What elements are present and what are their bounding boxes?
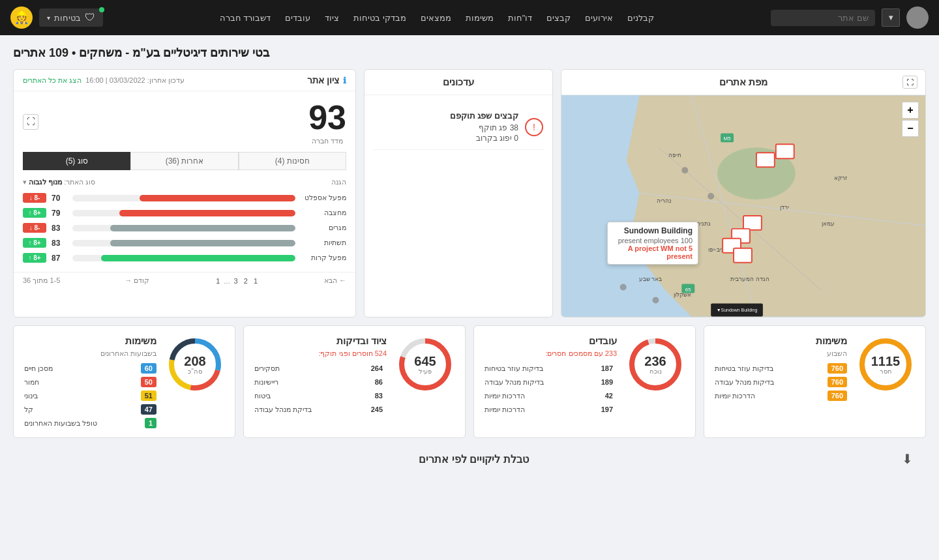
footer: ⬇ טבלת ליקויים לפי אתרים [13, 446, 926, 472]
stat-badge: 245 [367, 404, 387, 415]
stat-badge: 47 [141, 404, 156, 415]
zoom-in-button[interactable]: + [902, 102, 919, 119]
svg-text:עמאן: עמאן [822, 220, 835, 227]
score-row: מחצבה 79 +8 ↑ [23, 208, 346, 218]
score-row-bar [101, 255, 295, 261]
stat-content: משימות השבוע 760 בדיקות עוזר בטיחות 760 … [715, 335, 847, 401]
page-2[interactable]: 2 [244, 277, 248, 285]
search-input[interactable] [771, 10, 875, 26]
security-button[interactable]: 🛡 בטיחות ▾ [39, 8, 103, 27]
stat-title: משימות [24, 335, 156, 347]
main-nav: קבלנים אירועים קבצים דו"חות משימות ממצאי… [220, 13, 655, 23]
stat-title: ציוד ובדיקות [254, 335, 387, 347]
updates-card: עדכונים ! קבצים שפג תוקפם 38 פג תוקף 0 י… [364, 69, 553, 317]
zoom-out-button[interactable]: − [902, 120, 919, 137]
header-right: 🛡 בטיחות ▾ 👷 [10, 7, 103, 29]
nav-safety-checks[interactable]: מבדקי בטיחות [353, 13, 406, 23]
stat-row-label: חמור [24, 378, 39, 387]
update-sub1: 38 פג תוקף [380, 123, 518, 132]
score-row-bar-wrap [72, 225, 295, 231]
score-update-info: עדכון אחרון: 03/03/2022 | 16:00 הצג את כ… [23, 76, 185, 85]
user-helmet-avatar[interactable]: 👷 [10, 7, 33, 29]
download-button[interactable]: ⬇ [902, 451, 913, 467]
footer-title: טבלת ליקויים לפי אתרים [46, 453, 902, 465]
map-visual: חיפה נהריה נתניה תל אביב-יפו ירדן הגדה ה… [561, 95, 925, 317]
svg-point-27 [653, 297, 659, 304]
nav-equipment[interactable]: ציוד [325, 13, 339, 23]
popup-title: Sundown Building [613, 226, 693, 235]
page-content: בטי שירותים דיגיטליים בע"מ - משחקים • 10… [0, 35, 939, 482]
stat-row: 86 ריישיונות [254, 377, 387, 387]
updates-title: עדכונים [365, 70, 552, 95]
stat-badge: 264 [367, 363, 387, 374]
stat-row: 245 בדיקת מנהל עבודה [254, 404, 387, 415]
donut-sublabel: סה"כ [184, 368, 205, 375]
score-row-bar-wrap [72, 195, 295, 201]
dropdown-arrow-btn[interactable]: ▾ [882, 8, 900, 27]
stat-row: 50 חמור [24, 377, 156, 387]
tab-others[interactable]: אחרות (36) [130, 152, 238, 170]
stat-row-label: הדרכות יומיות [484, 405, 525, 414]
page-3[interactable]: 3 [234, 277, 238, 285]
donut-center: 208 סה"כ [184, 355, 205, 375]
stat-row: 60 מסכן חיים [24, 363, 156, 374]
expand-score-button[interactable]: ⛶ [23, 114, 38, 130]
stat-card-missions1: 1115 חסר משימות השבוע 760 בדיקות עוזר בט… [704, 325, 926, 438]
pagination-prev[interactable]: קודם → [125, 276, 149, 285]
stat-row-label: בדיקות מנהל עבודה [484, 378, 544, 387]
nav-clients[interactable]: קבלנים [627, 13, 654, 23]
page-last[interactable]: 1 [216, 277, 220, 285]
svg-text:65: 65 [685, 287, 691, 293]
status-dot [99, 7, 104, 12]
stat-badge: 1 [145, 418, 156, 428]
stat-subtitle: 233 עם מסמכים חסרים: [484, 349, 617, 358]
score-row-bar [119, 210, 295, 216]
svg-text:Sundown Building▼: Sundown Building▼ [717, 308, 758, 313]
chevron-down-icon: ▾ [47, 14, 50, 22]
update-item-0: ! קבצים שפג תוקפם 38 פג תוקף 0 יפוג בקרו… [374, 104, 543, 150]
tab-type[interactable]: סוג (5) [23, 152, 130, 170]
stat-row-label: הדרכות יומיות [715, 392, 755, 400]
score-row-bar-wrap [72, 240, 295, 246]
stat-badge: 760 [827, 377, 847, 387]
stat-row-label: ביטוח [254, 392, 271, 400]
map-popup: Sundown Building 100 present employees 5… [607, 222, 698, 265]
stat-badge: 86 [371, 377, 387, 387]
stat-badge: 187 [597, 363, 617, 374]
score-row-value: 70 [52, 194, 67, 203]
map-title: מפת אתרים [719, 76, 768, 88]
stat-row: 264 תסקירים [254, 363, 387, 374]
stat-row-label: בדיקת מנהל עבודה [254, 405, 312, 414]
page-1[interactable]: 1 [254, 277, 258, 285]
donut-sublabel: חסר [871, 368, 901, 375]
stat-row-label: בדיקות עוזר בטיחות [484, 364, 543, 373]
score-sublabel: מדד חברה [308, 137, 346, 145]
expand-map-button[interactable]: ⛶ [902, 76, 917, 89]
nav-dashboard[interactable]: דשבורד חברה [220, 13, 271, 23]
svg-rect-17 [743, 216, 762, 230]
score-row-bar [140, 195, 295, 201]
stat-badge: 197 [597, 404, 617, 415]
tab-chisayot[interactable]: חסינות (4) [239, 152, 346, 170]
stat-content: ציוד ובדיקות 524 חוסרים ופגי תוקף: 264 ת… [254, 335, 387, 415]
stat-title: עובדים [484, 335, 617, 347]
stat-row: 187 בדיקות עוזר בטיחות [484, 363, 617, 374]
pagination-next[interactable]: ← הבא [324, 276, 346, 285]
nav-events[interactable]: אירועים [585, 13, 613, 23]
map-header: ⛶ מפת אתרים [561, 70, 925, 95]
score-row-label: מפעל אספלט [301, 194, 346, 202]
nav-workers[interactable]: עובדים [285, 13, 310, 23]
nav-missions[interactable]: משימות [466, 13, 494, 23]
nav-reports[interactable]: דו"חות [508, 13, 533, 23]
stat-row: 189 בדיקות מנהל עבודה [484, 377, 617, 387]
score-row-bar [110, 225, 295, 231]
nav-findings[interactable]: ממצאים [421, 13, 451, 23]
updates-empty [374, 150, 543, 293]
svg-text:נהריה: נהריה [657, 198, 672, 204]
info-icon: ℹ [343, 76, 346, 85]
donut-wrap: 236 נוכח [626, 335, 685, 396]
donut-number: 1115 [871, 355, 901, 368]
stat-row-label: טופל בשבועות האחרונים [24, 419, 97, 428]
view-all-link[interactable]: הצג את כל האתרים [23, 76, 82, 85]
nav-files[interactable]: קבצים [546, 13, 571, 23]
